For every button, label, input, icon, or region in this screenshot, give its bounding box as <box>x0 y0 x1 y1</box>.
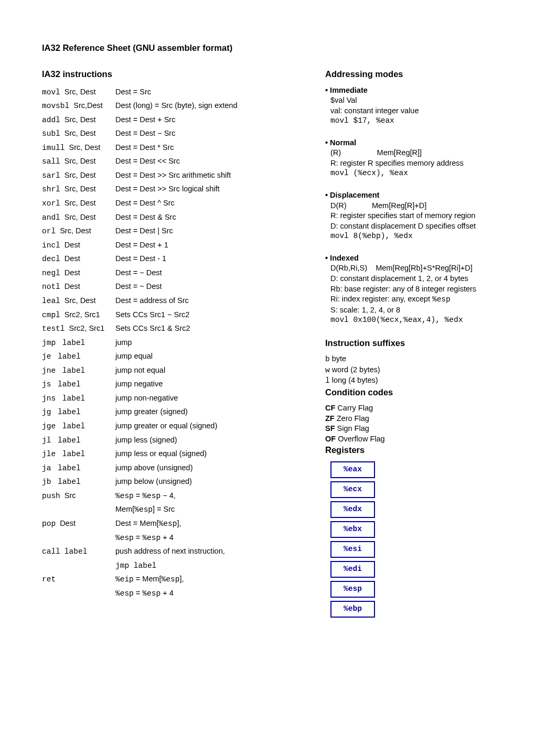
table-row: cmpl Src2, Src1Sets CCs Src1 − Src2 <box>42 308 294 322</box>
args: Src, Dest <box>62 213 96 221</box>
table-row: imull Src, DestDest = Dest * Src <box>42 141 294 155</box>
cc-code: ZF <box>325 414 335 423</box>
op: addl <box>42 116 60 124</box>
addr-code: movl (%ecx), %eax <box>330 168 493 179</box>
desc: jump greater or equal (signed) <box>115 419 294 434</box>
desc: Dest = Dest >> Src logical shift <box>115 182 294 197</box>
table-row: subl Src, DestDest = Dest − Src <box>42 127 294 141</box>
args: Dest <box>62 254 80 263</box>
table-row: decl DestDest = Dest - 1 <box>42 252 294 266</box>
suffix-desc: byte <box>330 354 346 363</box>
table-row: js labeljump negative <box>42 377 294 392</box>
args: label <box>53 478 80 486</box>
args: Src, Dest <box>62 157 96 165</box>
table-row: %esp = %esp + 4 <box>42 587 294 601</box>
table-row: je labeljump equal <box>42 350 294 364</box>
page-title: IA32 Reference Sheet (GNU assembler form… <box>42 42 493 53</box>
register-box: %eax <box>330 461 375 478</box>
addr-code: movl 8(%ebp), %edx <box>330 231 493 242</box>
args: label <box>58 366 85 375</box>
list-item: l long (4 bytes) <box>325 375 493 386</box>
table-row: incl DestDest = Dest + 1 <box>42 239 294 253</box>
args: label <box>58 394 85 403</box>
addr-mode-title: Immediate <box>330 86 368 94</box>
args: label <box>58 339 85 347</box>
addr-line: val: constant integer value <box>330 106 493 116</box>
table-row: call label push address of next instruct… <box>42 545 294 559</box>
table-row: xorl Src, DestDest = Dest ^ Src <box>42 197 294 211</box>
desc: Dest = Dest + Src <box>115 113 294 127</box>
args: Src <box>65 491 76 500</box>
table-row: pop Dest Dest = Mem[%esp], <box>42 517 294 531</box>
reg: %esp <box>134 505 153 514</box>
desc: jump negative <box>115 377 294 392</box>
desc: jump less or equal (signed) <box>115 447 294 461</box>
addr-line: D(Rb,Ri,S) Mem[Reg[Rb]+S*Reg[Ri]+D] <box>330 263 493 274</box>
args: Dest <box>60 519 76 527</box>
args: Src, Dest <box>62 199 96 207</box>
table-row: jg labeljump greater (signed) <box>42 405 294 419</box>
list-item: OF Overflow Flag <box>325 434 493 445</box>
args: label <box>65 547 88 556</box>
desc: Dest = Src <box>115 85 294 100</box>
args: Src2, Src1 <box>67 324 105 332</box>
cc-code: OF <box>325 435 336 443</box>
reg: %esp <box>142 534 160 542</box>
cc-desc: Sign Flag <box>335 424 369 433</box>
op: xorl <box>42 199 60 208</box>
reg: %esp <box>142 589 160 598</box>
table-row: jmp labeljump <box>42 336 294 350</box>
register-box: %edi <box>330 561 375 578</box>
table-row: jns labeljump non-negative <box>42 392 294 406</box>
table-row: jne labeljump not equal <box>42 364 294 378</box>
table-row: jb labeljump below (unsigned) <box>42 475 294 489</box>
addr-line: Rb: base register: any of 8 integer regi… <box>330 284 493 295</box>
cc-code: CF <box>325 404 335 412</box>
op: jne <box>42 366 56 375</box>
addr-line: S: scale: 1, 2, 4, or 8 <box>330 305 493 316</box>
cc-list: CF Carry FlagZF Zero FlagSF Sign FlagOF … <box>325 403 493 444</box>
list-item: ZF Zero Flag <box>325 414 493 424</box>
desc: Dest = Dest | Src <box>115 224 294 239</box>
list-item: w word (2 bytes) <box>325 365 493 376</box>
desc: jump less (signed) <box>115 434 294 448</box>
addr-line: R: register specifies start of memory re… <box>330 211 493 221</box>
addr-code: movl 0x100(%ecx,%eax,4), %edx <box>330 315 493 326</box>
registers-heading: Registers <box>325 444 493 456</box>
desc: Dest (long) = Src (byte), sign extend <box>115 99 294 113</box>
op: jl <box>42 436 51 445</box>
register-box: %ebx <box>330 521 375 538</box>
table-row: jmp label <box>42 559 294 573</box>
desc: jump equal <box>115 350 294 364</box>
addr-line: R: register R specifies memory address <box>330 158 493 169</box>
reg: %esp <box>159 520 177 528</box>
op: sarl <box>42 171 60 180</box>
desc: Dest = Dest + 1 <box>115 239 294 253</box>
op: pop <box>42 520 56 528</box>
desc: Dest = Dest ^ Src <box>115 197 294 211</box>
reg: %eip <box>115 575 134 584</box>
op: imull <box>42 144 65 152</box>
op: jg <box>42 408 51 416</box>
suffix-list: b bytew word (2 bytes)l long (4 bytes) <box>325 354 493 386</box>
op: cmpl <box>42 311 60 319</box>
table-row: jge labeljump greater or equal (signed) <box>42 419 294 434</box>
suffixes-heading: Instruction suffixes <box>325 337 493 349</box>
desc: jump non-negative <box>115 392 294 406</box>
op: decl <box>42 255 60 263</box>
args: label <box>53 352 80 361</box>
table-row: addl Src, DestDest = Dest + Src <box>42 113 294 127</box>
desc: Sets CCs Src1 − Src2 <box>115 308 294 322</box>
table-row: push Src %esp = %esp − 4, <box>42 489 294 503</box>
addr-mode-title: Indexed <box>330 254 359 262</box>
desc: push address of next instruction, <box>115 545 294 559</box>
cc-desc: Carry Flag <box>335 404 373 412</box>
addr-line: $val Val <box>330 95 493 106</box>
table-row: %esp = %esp + 4 <box>42 531 294 545</box>
op: orl <box>42 227 56 235</box>
list-item: SF Sign Flag <box>325 424 493 434</box>
table-row: sarl Src, DestDest = Dest >> Src arithme… <box>42 169 294 183</box>
desc: Dest = Dest - 1 <box>115 252 294 266</box>
args: label <box>53 464 80 472</box>
args: Src, Dest <box>62 88 96 96</box>
